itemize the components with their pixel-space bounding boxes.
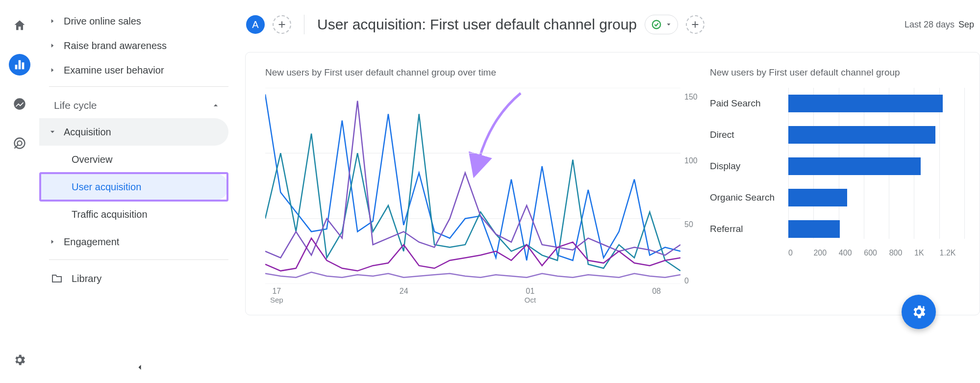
date-range-picker[interactable]: Last 28 days Sep <box>905 20 974 30</box>
sidebar-objective-brand[interactable]: Raise brand awareness <box>39 33 228 58</box>
folder-icon <box>51 273 63 284</box>
sidebar-label: Examine user behavior <box>64 65 164 76</box>
y-tick: 0 <box>684 277 689 285</box>
chevron-up-icon <box>211 101 221 110</box>
check-circle-icon <box>651 19 662 30</box>
bar-label: Referral <box>710 224 788 234</box>
main-content: A User acquisition: First user default c… <box>240 0 980 383</box>
bar-x-tick: 200 <box>813 249 838 257</box>
admin-gear-icon[interactable] <box>9 349 30 371</box>
status-pill[interactable] <box>645 15 678 34</box>
bar-label: Organic Search <box>710 192 788 203</box>
bar-row: Organic Search <box>710 182 965 213</box>
sidebar-item-engagement[interactable]: Engagement <box>39 228 228 255</box>
y-tick: 150 <box>684 93 698 102</box>
y-tick: 100 <box>684 156 698 165</box>
sidebar-leaf-user-acquisition[interactable]: User acquisition <box>39 173 228 201</box>
y-tick: 50 <box>684 220 693 229</box>
sidebar-group-lifecycle[interactable]: Life cycle <box>39 93 240 118</box>
bar-fill <box>788 220 840 238</box>
bar-x-tick: 1.2K <box>940 249 965 257</box>
bar-x-axis: 02004006008001K1.2K <box>710 249 965 257</box>
bar-x-tick: 400 <box>839 249 864 257</box>
svg-point-1 <box>17 141 22 145</box>
add-segment-button[interactable] <box>273 15 291 34</box>
sidebar-label: Raise brand awareness <box>64 40 167 51</box>
collapse-sidebar-button[interactable] <box>135 362 145 374</box>
chevron-right-icon <box>49 65 64 76</box>
sidebar-label: Drive online sales <box>64 16 141 27</box>
plus-icon <box>690 19 701 30</box>
bar-row: Referral <box>710 213 965 245</box>
advertising-icon[interactable] <box>9 132 30 154</box>
bar-x-tick: 600 <box>864 249 889 257</box>
bar-row: Display <box>710 151 965 182</box>
bar-x-tick: 0 <box>788 249 813 257</box>
insights-fab[interactable] <box>902 295 936 329</box>
sidebar-objective-behavior[interactable]: Examine user behavior <box>39 58 228 82</box>
segment-chip[interactable]: A <box>246 15 265 34</box>
sparkle-gear-icon <box>910 304 927 320</box>
sidebar-label: Library <box>72 273 101 284</box>
charts-card: New users by First user default channel … <box>245 52 980 315</box>
x-tick: 17Sep <box>270 287 283 304</box>
sidebar-label: Overview <box>72 154 112 165</box>
sidebar-label: User acquisition <box>72 181 141 193</box>
reports-icon[interactable] <box>9 54 30 76</box>
line-chart-svg <box>265 88 680 284</box>
sidebar-item-acquisition[interactable]: Acquisition <box>39 118 228 146</box>
bar-label: Direct <box>710 129 788 140</box>
customize-add-button[interactable] <box>686 15 704 34</box>
chevron-right-icon <box>49 236 64 248</box>
chart-title: New users by First user default channel … <box>265 67 680 78</box>
bar-fill <box>788 189 847 206</box>
bar-label: Paid Search <box>710 98 788 109</box>
bar-row: Direct <box>710 119 965 151</box>
bar-chart: New users by First user default channel … <box>710 67 965 304</box>
chevron-down-icon <box>49 127 64 138</box>
bar-row: Paid Search <box>710 88 965 119</box>
date-range-value: Sep <box>958 20 974 30</box>
sidebar-leaf-overview[interactable]: Overview <box>39 146 228 173</box>
home-icon[interactable] <box>9 15 30 36</box>
bar-x-tick: 800 <box>889 249 914 257</box>
bar-fill <box>788 95 943 112</box>
chart-title: New users by First user default channel … <box>710 67 965 78</box>
report-header: A User acquisition: First user default c… <box>240 7 980 42</box>
bar-x-tick: 1K <box>914 249 939 257</box>
sidebar-label: Traffic acquisition <box>72 209 148 220</box>
date-range-label: Last 28 days <box>905 20 955 30</box>
x-tick: 24 <box>400 287 408 304</box>
line-chart: New users by First user default channel … <box>265 67 680 304</box>
divider <box>304 15 304 34</box>
page-title: User acquisition: First user default cha… <box>317 16 637 33</box>
segment-letter: A <box>252 19 258 30</box>
x-axis: 17Sep2401Oct08 <box>265 284 680 304</box>
report-sidebar: Drive online sales Raise brand awareness… <box>39 0 240 383</box>
sidebar-group-label: Life cycle <box>54 100 97 111</box>
chevron-right-icon <box>49 40 64 51</box>
sidebar-library[interactable]: Library <box>39 265 240 292</box>
chevron-right-icon <box>49 16 64 27</box>
bar-label: Display <box>710 161 788 172</box>
x-tick: 01Oct <box>525 287 536 304</box>
plus-icon <box>276 19 287 30</box>
bar-fill <box>788 126 935 144</box>
chevron-down-icon <box>666 22 672 27</box>
left-icon-rail <box>0 0 39 383</box>
x-tick: 08 <box>652 287 661 304</box>
sidebar-objective-drive-sales[interactable]: Drive online sales <box>39 9 228 33</box>
explore-icon[interactable] <box>9 93 30 115</box>
sidebar-label: Engagement <box>64 236 119 248</box>
sidebar-label: Acquisition <box>64 127 111 138</box>
sidebar-leaf-traffic-acquisition[interactable]: Traffic acquisition <box>39 201 228 228</box>
bar-fill <box>788 157 921 175</box>
